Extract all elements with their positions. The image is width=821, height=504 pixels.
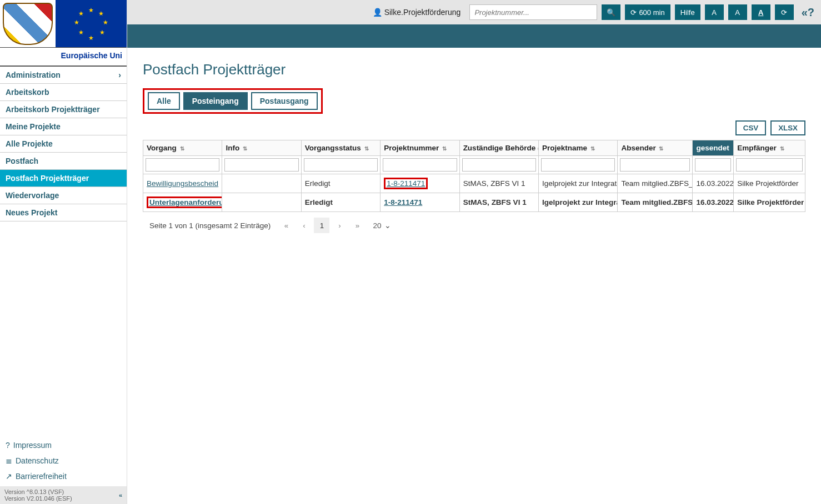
version-esf: Version V2.01.046 (ESF) <box>4 495 122 502</box>
font-size-medium-button[interactable]: A <box>728 4 747 20</box>
chevron-right-icon: › <box>118 70 121 79</box>
sidebar-item-3[interactable]: Meine Projekte <box>0 118 127 135</box>
user-name: Silke.Projektförderung <box>384 8 461 17</box>
cell-projektnr: 1-8-211471 <box>381 174 459 193</box>
sidebar-item-2[interactable]: Arbeitskorb Projektträger <box>0 101 127 118</box>
filter-input-6[interactable] <box>620 158 690 172</box>
sync-icon: ⟳ <box>781 8 787 17</box>
projektnummer-search-input[interactable] <box>469 4 597 20</box>
tab-row-highlight: AllePosteingangPostausgang <box>143 88 323 114</box>
bavaria-crest-logo <box>0 0 56 47</box>
pager-prev-button[interactable]: ‹ <box>296 218 312 233</box>
header-band <box>127 24 821 48</box>
pager-last-button[interactable]: » <box>349 218 365 233</box>
font-size-small-button[interactable]: A <box>705 4 724 20</box>
cell-gesendet: 16.03.2022 <box>693 193 734 212</box>
eu-label: Europäische Uni <box>0 48 127 67</box>
pager-next-button[interactable]: › <box>332 218 347 233</box>
filter-input-2[interactable] <box>304 158 378 172</box>
footer-icon: ≣ <box>6 456 12 465</box>
tab-postausgang[interactable]: Postausgang <box>251 92 318 110</box>
footer-link-2[interactable]: ↗Barrierefreiheit <box>0 468 127 484</box>
filter-input-0[interactable] <box>146 158 219 172</box>
search-icon: 🔍 <box>607 8 615 17</box>
sidebar-item-7[interactable]: Wiedervorlage <box>0 187 127 204</box>
col-header-8[interactable]: Empfänger ⇅ <box>734 140 805 156</box>
filter-input-5[interactable] <box>541 158 615 172</box>
col-header-7[interactable]: gesendet <box>693 140 734 156</box>
link-projektnr[interactable]: 1-8-211471 <box>387 179 425 188</box>
chevron-down-icon: ⌄ <box>384 221 391 230</box>
filter-input-4[interactable] <box>462 158 536 172</box>
page-title: Postfach Projektträger <box>143 61 805 78</box>
pagination: Seite 1 von 1 (insgesamt 2 Einträge) « ‹… <box>143 212 805 239</box>
page-size-value: 20 <box>373 221 381 230</box>
help-button[interactable]: Hilfe <box>675 4 700 20</box>
cell-absender: Team mitglied.ZBFS_ <box>618 193 693 212</box>
cell-info <box>222 193 301 212</box>
user-icon: 👤 <box>373 8 382 17</box>
cell-projektname: Igelprojekt zur Integrat <box>539 193 618 212</box>
filter-input-1[interactable] <box>224 158 298 172</box>
cell-info <box>222 174 301 193</box>
sort-icon: ⇅ <box>364 145 369 152</box>
session-timeout-button[interactable]: ⟳ 600 min <box>625 4 670 20</box>
page-size-select[interactable]: 20 ⌄ <box>373 221 391 230</box>
footer-link-0[interactable]: ?Impressum <box>0 437 127 453</box>
tab-alle[interactable]: Alle <box>148 92 180 110</box>
sort-icon: ⇅ <box>590 145 595 152</box>
link-projektnr[interactable]: 1-8-211471 <box>384 198 422 206</box>
highlight-box: Unterlagenanforderun <box>147 196 222 208</box>
cell-status: Erledigt <box>301 193 380 212</box>
highlight-box: 1-8-211471 <box>384 178 428 189</box>
logo-row: ★★ ★★ ★★ ★★ <box>0 0 127 48</box>
cell-projektnr: 1-8-211471 <box>381 193 459 212</box>
topbar: 👤 Silke.Projektförderung 🔍 ⟳ 600 min Hil… <box>127 0 821 24</box>
sidebar-item-0[interactable]: Administration› <box>0 67 127 84</box>
link-vorgang[interactable]: Unterlagenanforderun <box>149 198 222 206</box>
col-header-3[interactable]: Projektnummer ⇅ <box>381 140 459 156</box>
col-header-6[interactable]: Absender ⇅ <box>618 140 693 156</box>
col-header-1[interactable]: Info ⇅ <box>222 140 301 156</box>
col-header-2[interactable]: Vorgangsstatus ⇅ <box>301 140 380 156</box>
search-button[interactable]: 🔍 <box>602 4 620 20</box>
cell-absender: Team mitglied.ZBFS_ <box>618 174 693 193</box>
sidebar-item-4[interactable]: Alle Projekte <box>0 135 127 153</box>
version-vsf: Version ^8.0.13 (VSF) <box>4 488 122 495</box>
filter-input-3[interactable] <box>383 158 457 172</box>
pager-page-1[interactable]: 1 <box>314 218 329 233</box>
footer-link-1[interactable]: ≣Datenschutz <box>0 453 127 468</box>
inbox-table: Vorgang ⇅Info ⇅Vorgangsstatus ⇅Projektnu… <box>143 140 805 212</box>
tab-posteingang[interactable]: Posteingang <box>183 92 248 110</box>
sidebar-item-8[interactable]: Neues Projekt <box>0 204 127 221</box>
sidebar-item-1[interactable]: Arbeitskorb <box>0 84 127 101</box>
user-label: 👤 Silke.Projektförderung <box>373 8 461 17</box>
footer-icon: ↗ <box>6 472 12 481</box>
font-size-large-button[interactable]: A <box>752 4 770 20</box>
link-vorgang[interactable]: Bewilligungsbescheid <box>147 179 218 188</box>
topbar-overflow-button[interactable]: «? <box>802 6 814 19</box>
filter-input-7[interactable] <box>695 158 731 172</box>
cell-projektname: Igelprojekt zur Integrat <box>539 174 618 193</box>
footer-label: Datenschutz <box>16 456 59 465</box>
cell-gesendet: 16.03.2022 <box>693 174 734 193</box>
sort-icon: ⇅ <box>180 145 184 152</box>
eu-stars-icon: ★★ ★★ ★★ ★★ <box>74 7 108 41</box>
col-header-5[interactable]: Projektname ⇅ <box>539 140 618 156</box>
col-header-4[interactable]: Zuständige Behörde ( ⇅ <box>459 140 538 156</box>
cell-empfaenger: Silke Projektförder <box>734 193 805 212</box>
sort-icon: ⇅ <box>780 145 784 152</box>
pager-first-button[interactable]: « <box>278 218 294 233</box>
pager-summary: Seite 1 von 1 (insgesamt 2 Einträge) <box>149 221 271 230</box>
footer-label: Barrierefreiheit <box>16 472 67 481</box>
sidebar-item-5[interactable]: Postfach <box>0 153 127 170</box>
cell-behoerde: StMAS, ZBFS VI 1 <box>459 193 538 212</box>
export-csv-button[interactable]: CSV <box>735 120 766 135</box>
cell-empfaenger: Silke Projektförder <box>734 174 805 193</box>
sidebar-collapse-button[interactable]: « <box>119 492 122 498</box>
sidebar-item-6[interactable]: Postfach Projektträger <box>0 170 127 187</box>
export-xlsx-button[interactable]: XLSX <box>770 120 805 135</box>
refresh-button[interactable]: ⟳ <box>775 4 794 20</box>
col-header-0[interactable]: Vorgang ⇅ <box>143 140 222 156</box>
filter-input-8[interactable] <box>736 158 803 172</box>
